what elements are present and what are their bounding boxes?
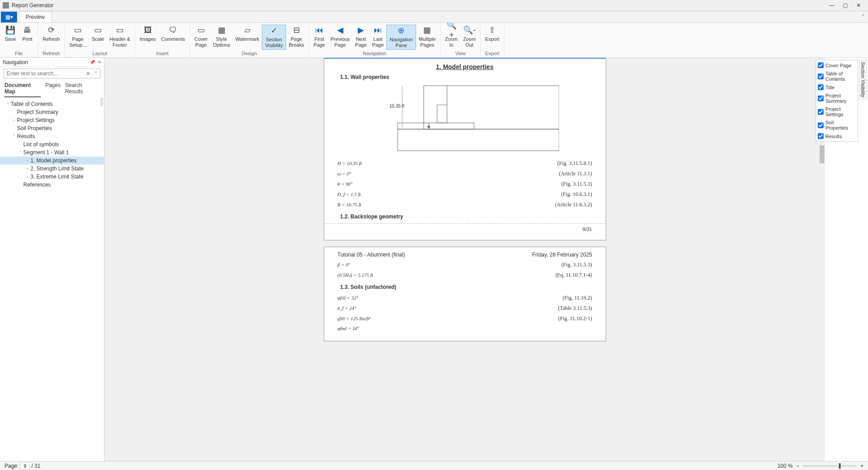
tree-item-results[interactable]: ˅Results <box>0 132 104 140</box>
page-number: 9/31 <box>338 226 592 232</box>
page-header: Tutorial 05 - Abutment (final) Friday, 2… <box>338 252 592 258</box>
save-icon: 💾 <box>5 26 15 35</box>
visibility-checkbox[interactable] <box>818 84 824 90</box>
equation-row: D_f = 1.5 ft(Fig. 10.6.3.1) <box>338 189 592 200</box>
page-margin-line <box>324 223 606 224</box>
next-icon: ▶ <box>356 26 366 35</box>
zoom-thumb[interactable] <box>839 463 841 469</box>
tree-item-segment[interactable]: ˅Segment 1 - Wall 1 <box>0 148 104 157</box>
close-button[interactable]: ✕ <box>852 1 865 10</box>
visibility-checkbox[interactable] <box>818 133 824 139</box>
tab-preview[interactable]: Preview <box>19 11 52 22</box>
visibility-checkbox[interactable] <box>818 122 824 128</box>
tree-item-extreme-limit-state[interactable]: ›3. Extreme Limit State <box>0 173 104 181</box>
watermark-button[interactable]: ▱Watermark <box>233 25 262 43</box>
comments-icon: 🗨 <box>168 26 178 35</box>
close-icon[interactable]: ✕ <box>98 60 101 65</box>
style-icon: ▦ <box>217 26 226 35</box>
heading-soils: 1.3. Soils (unfactored) <box>340 284 592 290</box>
pin-icon[interactable]: 📌 <box>90 60 95 65</box>
style-options-button[interactable]: ▦Style Options <box>210 25 233 49</box>
scrollbar-thumb[interactable] <box>100 97 103 106</box>
nav-tab-search-results[interactable]: Search Results <box>65 82 100 97</box>
equation-lhs: H = 10.35 ft <box>338 161 362 166</box>
tree-item-list-of-symbols[interactable]: List of symbols <box>0 140 104 148</box>
search-input[interactable] <box>4 70 84 77</box>
images-button[interactable]: 🖼Images <box>137 25 158 43</box>
nav-title: Navigation <box>3 59 28 65</box>
status-bar: Page: / 31 100 % − + <box>0 461 868 470</box>
cover-page-button[interactable]: ▭Cover Page <box>192 25 210 49</box>
tree-item-project-settings[interactable]: ›Project Settings <box>0 116 104 124</box>
ribbon: 💾Save 🖶Print File ⟳Refresh Refresh ▭Page… <box>0 23 868 58</box>
tree-item-soil-properties[interactable]: Soil Properties <box>0 124 104 132</box>
first-page-button[interactable]: ⏮First Page <box>311 25 328 49</box>
zoom-out-button[interactable]: − <box>796 463 799 469</box>
header-footer-button[interactable]: ▭Header & Footer <box>107 25 133 49</box>
equation-ref: (Fig. 11.10.2) <box>563 295 592 301</box>
coverpage-icon: ▭ <box>196 26 206 35</box>
minimize-button[interactable]: — <box>825 1 838 10</box>
pagebreak-icon: ⊟ <box>291 26 301 35</box>
visibility-row[interactable]: Title <box>817 83 857 91</box>
visibility-row[interactable]: Table of Contents <box>817 70 857 83</box>
tree-item-references[interactable]: References <box>0 181 104 189</box>
visibility-checkbox[interactable] <box>818 74 824 79</box>
print-button[interactable]: 🖶Print <box>19 25 36 43</box>
nav-tab-pages[interactable]: Pages <box>45 82 61 97</box>
restore-button[interactable]: ▢ <box>838 1 852 10</box>
refresh-icon: ⟳ <box>46 26 56 35</box>
clear-icon[interactable]: ✕ <box>84 71 92 77</box>
visibility-checkbox[interactable] <box>818 109 824 115</box>
visibility-row[interactable]: Results <box>817 132 857 140</box>
page-breaks-button[interactable]: ⊟Page Breaks <box>286 25 307 49</box>
chevron-down-icon: ˅ <box>17 150 23 155</box>
print-icon: 🖶 <box>22 26 32 35</box>
tree-item-project-summary[interactable]: Project Summary <box>0 108 104 116</box>
equation-row: H = 10.35 ft(Fig. 3.11.5.8.1) <box>338 158 592 169</box>
zoom-in-button[interactable]: + <box>860 463 864 469</box>
chevron-right-icon: › <box>24 158 30 163</box>
page-number-input[interactable] <box>20 462 30 470</box>
visibility-row[interactable]: Project Summary <box>817 91 857 105</box>
export-button[interactable]: ⇪Export <box>482 25 502 43</box>
nav-tab-document-map[interactable]: Document Map <box>4 82 41 97</box>
save-button[interactable]: 💾Save <box>2 25 19 43</box>
ribbon-group-refresh: ⟳Refresh Refresh <box>38 23 65 57</box>
zoom-out-button[interactable]: 🔍-Zoom Out <box>460 25 478 49</box>
visibility-row[interactable]: Project Settings <box>817 105 857 118</box>
next-page-button[interactable]: ▶Next Page <box>352 25 369 49</box>
visibility-row[interactable]: Soil Properties <box>817 118 857 132</box>
zoom-slider[interactable] <box>803 465 857 467</box>
tree-item-toc[interactable]: ˅Table of Contents <box>0 100 104 108</box>
chevron-down-icon: ˅ <box>11 134 17 139</box>
page-setup-button[interactable]: ▭Page Setup... <box>67 25 89 49</box>
zoomout-icon: 🔍- <box>464 26 474 35</box>
equation-lhs: δ_f = 24° <box>338 305 356 311</box>
scrollbar-thumb[interactable] <box>820 145 825 163</box>
visibility-checkbox[interactable] <box>818 96 824 101</box>
visibility-checkbox[interactable] <box>818 62 824 68</box>
visibility-row[interactable]: Cover Page <box>817 61 857 70</box>
refresh-button[interactable]: ⟳Refresh <box>40 25 63 43</box>
navigation-pane-button[interactable]: ⊕Navigation Pane <box>386 25 416 50</box>
chevron-down-icon[interactable]: ˅ <box>92 71 100 77</box>
equation-ref: (Eq. 11.10.7.1-4) <box>556 272 592 279</box>
tree-item-model-properties[interactable]: ›1. Model properties <box>0 157 104 165</box>
multiple-pages-button[interactable]: ▦Multiple Pages <box>416 25 438 49</box>
comments-button[interactable]: 🗨Comments <box>159 25 188 43</box>
collapse-ribbon-icon[interactable]: ˄ <box>862 14 864 20</box>
tree-item-strength-limit-state[interactable]: ›2. Strength Limit State <box>0 165 104 173</box>
visibility-label: Title <box>825 85 834 90</box>
last-page-button[interactable]: ⏭Last Page <box>369 25 386 49</box>
section-visibility-button[interactable]: ✓Section Visibility <box>262 25 286 50</box>
section-visibility-tab[interactable]: Section Visibility <box>859 60 867 100</box>
export-icon: ⇪ <box>487 26 497 35</box>
group-label: View <box>443 50 478 57</box>
previous-page-button[interactable]: ◀Previous Page <box>328 25 352 49</box>
scale-button[interactable]: ▭Scale <box>89 25 107 43</box>
tab-strip: ▦▾ Preview ˄ <box>0 11 868 23</box>
file-menu-button[interactable]: ▦▾ <box>1 12 17 22</box>
preview-area[interactable]: 1. Model properties 1.1. Wall properties… <box>104 58 825 461</box>
zoom-in-button[interactable]: 🔍+Zoom In <box>443 25 460 49</box>
